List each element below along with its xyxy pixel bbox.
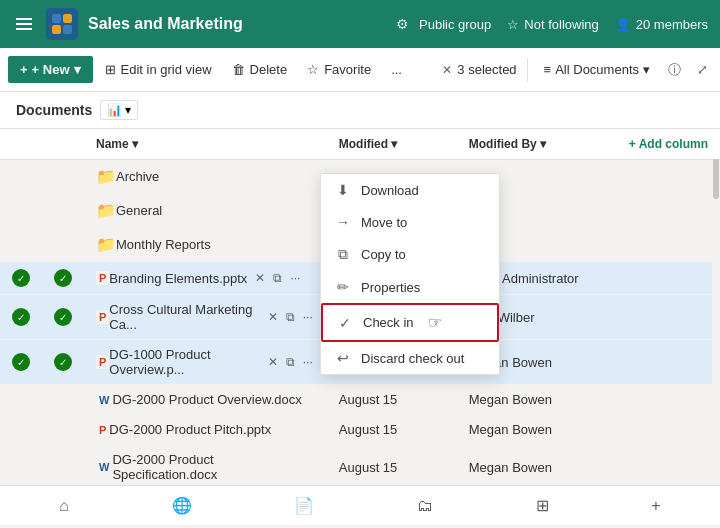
files-nav-button[interactable]: 🗂	[409, 493, 441, 519]
page-nav-button[interactable]: 📄	[286, 492, 322, 519]
dropdown-item-label: Download	[361, 183, 419, 198]
row-status-cell	[42, 445, 84, 486]
row-actions: ✕ ⧉ ···	[266, 353, 315, 371]
row-add-col	[617, 228, 720, 262]
dropdown-item-label: Check in	[363, 315, 414, 330]
dropdown-menu-item[interactable]: ✏Properties	[321, 271, 499, 303]
expand-button[interactable]: ⤢	[693, 58, 712, 81]
all-documents-button[interactable]: ≡ All Documents ▾	[538, 58, 656, 81]
row-name: General	[116, 203, 162, 218]
delete-icon: 🗑	[232, 62, 245, 77]
clear-selection-button[interactable]: ✕	[442, 63, 452, 77]
folder-icon: 📁	[96, 235, 116, 254]
add-nav-button[interactable]: +	[643, 493, 668, 519]
pptx-icon: P	[96, 271, 109, 285]
table-row[interactable]: P DG-2000 Product Pitch.pptx August 15 M…	[0, 415, 720, 445]
public-group-label: Public group	[419, 17, 491, 32]
col-modified[interactable]: Modified ▾	[327, 129, 457, 160]
row-share-btn[interactable]: ⧉	[271, 269, 284, 287]
row-name-cell: W DG-2000 Product Specification.docx	[84, 445, 327, 486]
row-share-btn[interactable]: ⧉	[284, 353, 297, 371]
not-following-button[interactable]: ☆ Not following	[507, 17, 598, 32]
row-share-btn[interactable]: ⧉	[284, 308, 297, 326]
col-add[interactable]: + Add column	[617, 129, 720, 160]
favorite-button[interactable]: ☆ Favorite	[299, 57, 379, 82]
properties-icon: ✏	[335, 279, 351, 295]
docx-icon: W	[96, 460, 112, 474]
chart-icon: 📊	[107, 103, 122, 117]
row-delete-btn[interactable]: ✕	[266, 353, 280, 371]
app-icon	[46, 8, 78, 40]
hamburger-menu[interactable]	[12, 14, 36, 34]
check-in-menu-item[interactable]: ✓Check in☞	[321, 303, 499, 342]
context-dropdown-menu: ⬇Download→Move to⧉Copy to✏Properties✓Che…	[320, 173, 500, 375]
row-name-cell: 📁 General	[84, 194, 327, 228]
row-status-cell: ✓	[42, 262, 84, 295]
divider	[527, 58, 528, 82]
folder-icon: 📁	[96, 167, 116, 186]
settings-icon[interactable]: ⚙	[396, 16, 409, 32]
row-add-col	[617, 160, 720, 194]
row-more-btn[interactable]: ···	[301, 353, 315, 371]
row-check-circle	[0, 194, 42, 228]
row-name: DG-1000 Product Overview.p...	[109, 347, 259, 377]
apps-icon: ⊞	[536, 496, 549, 515]
pptx-icon: P	[96, 423, 109, 437]
row-delete-btn[interactable]: ✕	[253, 269, 267, 287]
plus-icon: +	[20, 62, 28, 77]
row-name-cell: 📁 Archive	[84, 160, 327, 194]
view-toggle-button[interactable]: 📊 ▾	[100, 100, 138, 120]
row-name: Branding Elements.pptx	[109, 271, 247, 286]
row-status-cell	[42, 385, 84, 415]
row-check-circle: ✓	[0, 340, 42, 385]
dropdown-item-label: Copy to	[361, 247, 406, 262]
new-button[interactable]: + + New ▾	[8, 56, 93, 83]
row-check-circle	[0, 160, 42, 194]
lines-icon: ≡	[544, 62, 552, 77]
checkin-icon: ✓	[337, 315, 353, 331]
row-check-circle	[0, 445, 42, 486]
dropdown-menu-item[interactable]: ↩Discard check out	[321, 342, 499, 374]
apps-nav-button[interactable]: ⊞	[528, 492, 557, 519]
globe-icon: 🌐	[172, 496, 192, 515]
row-more-btn[interactable]: ···	[301, 308, 315, 326]
folder-icon: 📁	[96, 201, 116, 220]
documents-table-wrap: Name ▾ Modified ▾ Modified By ▾ + Add co…	[0, 129, 720, 485]
toolbar-right: ✕ 3 selected ≡ All Documents ▾ ⓘ ⤢	[442, 57, 712, 83]
row-more-btn[interactable]: ···	[288, 269, 302, 287]
docx-icon: W	[96, 393, 112, 407]
delete-button[interactable]: 🗑 Delete	[224, 57, 296, 82]
col-modified-by[interactable]: Modified By ▾	[457, 129, 617, 160]
info-button[interactable]: ⓘ	[664, 57, 685, 83]
row-add-col	[617, 385, 720, 415]
row-name: Monthly Reports	[116, 237, 211, 252]
dropdown-item-label: Move to	[361, 215, 407, 230]
members-button[interactable]: 👤 20 members	[615, 17, 708, 32]
pptx-icon: P	[96, 355, 109, 369]
row-name-cell: W DG-2000 Product Overview.docx	[84, 385, 327, 415]
col-status	[42, 129, 84, 160]
more-button[interactable]: ...	[383, 57, 410, 82]
home-nav-button[interactable]: ⌂	[51, 493, 77, 519]
dropdown-menu-item[interactable]: ⧉Copy to	[321, 238, 499, 271]
row-modified-by: Megan Bowen	[457, 445, 617, 486]
row-add-col	[617, 295, 720, 340]
row-status-cell	[42, 194, 84, 228]
chevron-down-icon: ▾	[643, 62, 650, 77]
dropdown-menu-item[interactable]: ⬇Download	[321, 174, 499, 206]
cursor-icon: ☞	[428, 313, 442, 332]
table-header-row: Name ▾ Modified ▾ Modified By ▾ + Add co…	[0, 129, 720, 160]
col-checkbox	[0, 129, 42, 160]
row-name-cell: P DG-1000 Product Overview.p... ✕ ⧉ ···	[84, 340, 327, 385]
row-add-col	[617, 194, 720, 228]
col-name[interactable]: Name ▾	[84, 129, 327, 160]
edit-grid-button[interactable]: ⊞ Edit in grid view	[97, 57, 220, 82]
globe-nav-button[interactable]: 🌐	[164, 492, 200, 519]
vertical-scrollbar[interactable]	[712, 129, 720, 485]
table-row[interactable]: W DG-2000 Product Overview.docx August 1…	[0, 385, 720, 415]
files-icon: 🗂	[417, 497, 433, 515]
row-add-col	[617, 340, 720, 385]
table-row[interactable]: W DG-2000 Product Specification.docx Aug…	[0, 445, 720, 486]
row-delete-btn[interactable]: ✕	[266, 308, 280, 326]
dropdown-menu-item[interactable]: →Move to	[321, 206, 499, 238]
